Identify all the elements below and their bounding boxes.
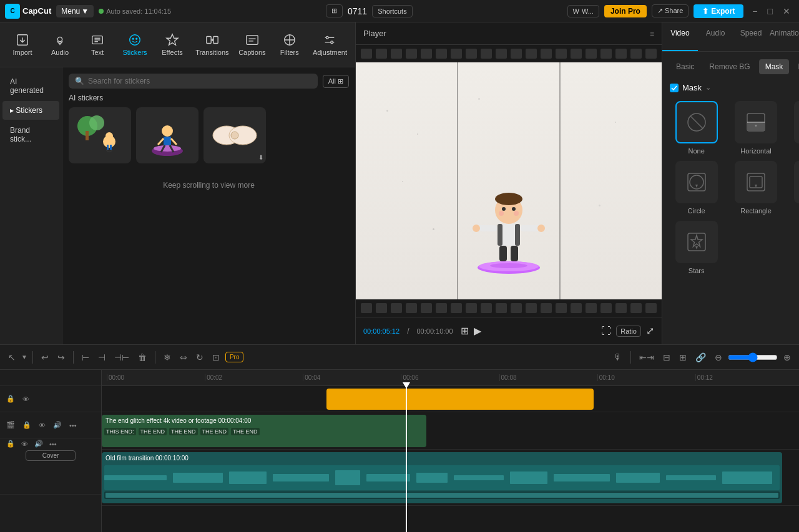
toolbar-filters[interactable]: Filters (272, 29, 307, 60)
screen-layout-button[interactable]: ⊞ (326, 4, 343, 17)
track2-audio-button[interactable]: 🔊 (51, 420, 64, 430)
split-begin-button[interactable]: ⊢ (79, 351, 92, 364)
timeline-tracks[interactable]: 00:00 00:02 00:04 00:06 00:08 00:10 00:1… (102, 370, 799, 532)
tab-speed[interactable]: Speed (733, 22, 769, 51)
svg-point-50 (473, 225, 480, 232)
mic-button[interactable]: 🎙 (610, 351, 625, 364)
track1-visible-button[interactable]: 👁 (20, 394, 32, 404)
sub-tab-retouch[interactable]: Retouch (792, 59, 799, 74)
sidebar-ai-generated[interactable]: AI generated (2, 72, 59, 100)
mask-checkbox[interactable] (670, 84, 679, 92)
pro-feature-button[interactable]: Pro (225, 352, 244, 362)
sidebar-stickers[interactable]: ▸ Stickers (2, 101, 59, 120)
project-name: 0711 (348, 6, 367, 16)
ruler-mark-5: 00:10 (597, 374, 695, 381)
crop-button[interactable]: ⊡ (209, 351, 223, 364)
play-button[interactable]: ▶ (474, 325, 481, 337)
track3-more-button[interactable]: ••• (47, 439, 59, 449)
track2-lock-button[interactable]: 🔒 (20, 420, 34, 430)
tab-audio[interactable]: Audio (698, 22, 733, 51)
rotate-button[interactable]: ↻ (193, 351, 207, 364)
svg-marker-70 (695, 185, 698, 188)
track2-more-button[interactable]: ••• (67, 420, 79, 430)
sticker-item-1[interactable] (69, 107, 131, 163)
svg-line-58 (690, 116, 703, 128)
mask-item-mirror[interactable]: Mirror (789, 101, 799, 155)
all-filter-button[interactable]: All ⊞ (323, 75, 349, 88)
svg-rect-90 (666, 475, 716, 480)
svg-rect-48 (478, 225, 498, 231)
undo-button[interactable]: ↩ (38, 351, 52, 364)
workspace-button[interactable]: W W... (567, 5, 599, 17)
sub-tab-mask[interactable]: Mask (759, 59, 790, 74)
search-bar[interactable]: 🔍 (69, 74, 318, 89)
menu-button[interactable]: Menu ▼ (56, 5, 94, 17)
cover-button[interactable]: Cover (26, 450, 76, 461)
select-tool-button[interactable]: ↖ (5, 351, 19, 364)
search-input[interactable] (88, 77, 311, 85)
toolbar-audio[interactable]: Audio (42, 29, 77, 60)
mask-icon-stars (675, 221, 718, 263)
mask-item-horizontal[interactable]: Horizontal (729, 101, 782, 155)
track3-audio-button[interactable]: 🔊 (32, 438, 46, 449)
tab-video[interactable]: Video (662, 22, 698, 51)
toolbar-captions[interactable]: Captions (235, 29, 270, 60)
delete-button[interactable]: 🗑 (135, 351, 150, 364)
mask-icon-circle (675, 161, 718, 203)
maximize-button[interactable]: □ (764, 5, 777, 17)
sub-tab-removebg[interactable]: Remove BG (703, 59, 756, 74)
track3-visible-button[interactable]: 👁 (19, 439, 31, 449)
redo-button[interactable]: ↪ (54, 351, 68, 364)
mask-item-rectangle[interactable]: Rectangle (729, 161, 782, 215)
toolbar-import[interactable]: Import (5, 29, 40, 60)
player-menu-icon[interactable]: ≡ (650, 29, 654, 38)
close-button[interactable]: ✕ (779, 5, 794, 17)
mask-item-stars[interactable]: Stars (670, 221, 723, 274)
tab-animation[interactable]: Animation (768, 22, 799, 51)
sticker-item-2[interactable] (136, 107, 199, 163)
freeze-button[interactable]: ❄ (160, 351, 174, 364)
track2-visible-button[interactable]: 👁 (36, 420, 48, 430)
mask-item-heart[interactable]: Heart (789, 161, 799, 215)
split-end-button[interactable]: ⊣ (95, 351, 109, 364)
waveform (104, 465, 780, 490)
sidebar-brand-stickers[interactable]: Brand stick... (2, 121, 59, 148)
toolbar-transitions[interactable]: Transitions (192, 29, 232, 60)
fullscreen-preview-button[interactable]: ⛶ (601, 326, 611, 337)
clip-yellow[interactable] (326, 389, 594, 410)
sticker-item-3[interactable]: ⬇ (203, 107, 266, 163)
tl-zoom-out-button[interactable]: ⊖ (712, 351, 725, 364)
track3-lock-button[interactable]: 🔒 (4, 438, 17, 449)
export-button[interactable]: ⬆ Export (694, 4, 743, 18)
share-button[interactable]: ↗ Share (652, 4, 689, 17)
mask-icon-horizontal (735, 101, 777, 143)
ruler-mark-3: 00:06 (401, 374, 499, 381)
mask-icon-rectangle (735, 161, 777, 203)
toolbar-text[interactable]: Text (80, 29, 115, 60)
tl-fit-button[interactable]: ⇤⇥ (636, 351, 657, 364)
tl-link-button[interactable]: 🔗 (692, 351, 709, 364)
minimize-button[interactable]: − (748, 5, 761, 17)
ratio-button[interactable]: Ratio (616, 326, 641, 337)
sub-tab-basic[interactable]: Basic (670, 59, 700, 74)
top-center: ⊞ 0711 Shortcuts (176, 4, 562, 17)
split-button[interactable]: ⊣⊢ (111, 351, 132, 364)
tl-zoom-fit-button[interactable]: ⊕ (780, 351, 794, 364)
zoom-slider[interactable] (728, 352, 778, 362)
mirror-button[interactable]: ⇔ (177, 351, 190, 364)
toolbar-adjustment[interactable]: Adjustment (310, 29, 350, 60)
mask-item-circle[interactable]: Circle (670, 161, 723, 215)
track1-lock-button[interactable]: 🔒 (4, 394, 17, 404)
bottom-area: ↖ ▼ ↩ ↪ ⊢ ⊣ ⊣⊢ 🗑 ❄ ⇔ ↻ ⊡ Pro 🎙 ⇤⇥ ⊟ ⊞ 🔗 … (0, 344, 799, 532)
clip-film[interactable]: Old film transition 00:00:10:00 (102, 452, 782, 503)
shortcuts-button[interactable]: Shortcuts (372, 5, 412, 17)
toolbar-effects[interactable]: Effects (155, 29, 190, 60)
grid-view-button[interactable]: ⊞ (461, 325, 469, 337)
mask-item-none[interactable]: None (670, 101, 723, 155)
toolbar-stickers[interactable]: Stickers (117, 29, 152, 60)
clip-glitch[interactable]: The end glitch effect 4k video or footag… (102, 415, 426, 447)
join-pro-button[interactable]: Join Pro (604, 5, 647, 17)
tl-split2-button[interactable]: ⊟ (660, 351, 674, 364)
fullscreen-button[interactable]: ⤢ (646, 325, 654, 337)
tl-join-button[interactable]: ⊞ (676, 351, 690, 364)
